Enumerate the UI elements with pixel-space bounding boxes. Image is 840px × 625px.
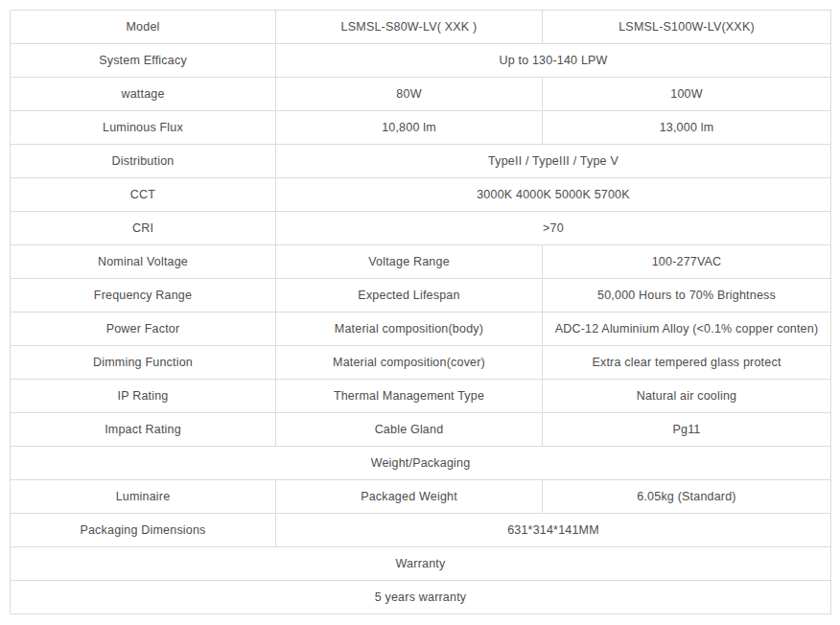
row-nominal-voltage: Nominal Voltage Voltage Range 100-277VAC <box>11 245 831 279</box>
spec-value-cell: 100-277VAC <box>543 245 831 279</box>
spec-table-container: Model LSMSL-S80W-LV( XXK ) LSMSL-S100W-L… <box>10 10 831 614</box>
spec-value-cell: Pg11 <box>543 413 831 447</box>
row-wattage: wattage 80W 100W <box>11 78 831 111</box>
spec-label-cell: Voltage Range <box>276 245 543 279</box>
spec-label-cell: Packaged Weight <box>276 480 543 514</box>
row-warranty-value: 5 years warranty <box>11 581 831 614</box>
spec-label-cell: IP Rating <box>11 380 276 413</box>
row-frequency-range: Frequency Range Expected Lifespan 50,000… <box>11 279 831 312</box>
row-system-efficacy: System Efficacy Up to 130-140 LPW <box>11 44 831 78</box>
spec-value-cell: 631*314*141MM <box>276 514 831 547</box>
section-header-cell: Weight/Packaging <box>11 447 831 480</box>
row-distribution: Distribution TypeII / TypeIII / Type V <box>11 145 831 178</box>
spec-value-cell: 100W <box>543 78 831 111</box>
spec-value-cell: LSMSL-S100W-LV(XXK) <box>543 11 831 44</box>
spec-label-cell: Model <box>11 11 276 44</box>
spec-value-cell: 10,800 lm <box>276 111 543 145</box>
spec-label-cell: Material composition(cover) <box>276 346 543 380</box>
product-spec-table: Model LSMSL-S80W-LV( XXK ) LSMSL-S100W-L… <box>10 10 831 614</box>
spec-label-cell: Impact Rating <box>11 413 276 447</box>
row-impact-rating: Impact Rating Cable Gland Pg11 <box>11 413 831 447</box>
spec-value-cell: 13,000 lm <box>543 111 831 145</box>
spec-label-cell: Dimming Function <box>11 346 276 380</box>
row-dimming-function: Dimming Function Material composition(co… <box>11 346 831 380</box>
spec-value-cell: 80W <box>276 78 543 111</box>
spec-value-cell: 50,000 Hours to 70% Brightness <box>543 279 831 312</box>
spec-value-cell: ADC-12 Aluminium Alloy (<0.1% copper con… <box>543 312 831 346</box>
row-luminaire: Luminaire Packaged Weight 6.05kg (Standa… <box>11 480 831 514</box>
spec-value-cell: >70 <box>276 212 831 245</box>
spec-label-cell: Nominal Voltage <box>11 245 276 279</box>
row-luminous-flux: Luminous Flux 10,800 lm 13,000 lm <box>11 111 831 145</box>
row-warranty-header: Warranty <box>11 547 831 581</box>
spec-label-cell: Packaging Dimensions <box>11 514 276 547</box>
row-model: Model LSMSL-S80W-LV( XXK ) LSMSL-S100W-L… <box>11 11 831 44</box>
spec-label-cell: Material composition(body) <box>276 312 543 346</box>
spec-label-cell: Distribution <box>11 145 276 178</box>
row-packaging-dimensions: Packaging Dimensions 631*314*141MM <box>11 514 831 547</box>
spec-value-cell: LSMSL-S80W-LV( XXK ) <box>276 11 543 44</box>
spec-label-cell: Frequency Range <box>11 279 276 312</box>
spec-label-cell: Cable Gland <box>276 413 543 447</box>
spec-label-cell: wattage <box>11 78 276 111</box>
spec-value-cell: 6.05kg (Standard) <box>543 480 831 514</box>
spec-value-cell: 5 years warranty <box>11 581 831 614</box>
spec-label-cell: Luminous Flux <box>11 111 276 145</box>
row-power-factor: Power Factor Material composition(body) … <box>11 312 831 346</box>
spec-value-cell: 3000K 4000K 5000K 5700K <box>276 178 831 212</box>
spec-label-cell: Thermal Management Type <box>276 380 543 413</box>
spec-label-cell: Power Factor <box>11 312 276 346</box>
spec-label-cell: CCT <box>11 178 276 212</box>
row-cct: CCT 3000K 4000K 5000K 5700K <box>11 178 831 212</box>
row-ip-rating: IP Rating Thermal Management Type Natura… <box>11 380 831 413</box>
section-header-cell: Warranty <box>11 547 831 581</box>
row-cri: CRI >70 <box>11 212 831 245</box>
spec-value-cell: Natural air cooling <box>543 380 831 413</box>
row-weight-packaging-header: Weight/Packaging <box>11 447 831 480</box>
spec-value-cell: TypeII / TypeIII / Type V <box>276 145 831 178</box>
spec-label-cell: CRI <box>11 212 276 245</box>
spec-label-cell: Luminaire <box>11 480 276 514</box>
spec-value-cell: Up to 130-140 LPW <box>276 44 831 78</box>
spec-label-cell: System Efficacy <box>11 44 276 78</box>
spec-label-cell: Expected Lifespan <box>276 279 543 312</box>
spec-value-cell: Extra clear tempered glass protect <box>543 346 831 380</box>
